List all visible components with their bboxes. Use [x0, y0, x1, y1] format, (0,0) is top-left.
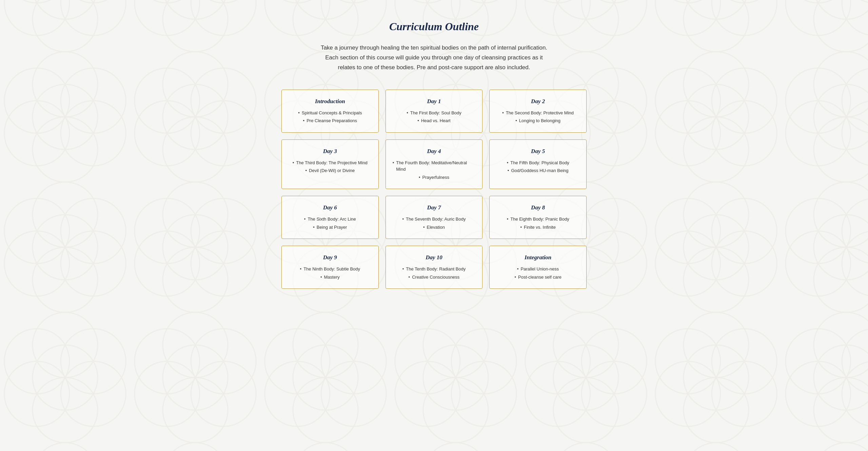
- card-day2[interactable]: Day 2The Second Body: Protective MindLon…: [489, 90, 587, 133]
- card-item: The Third Body: The Projective Mind: [289, 159, 372, 166]
- card-item: Spiritual Concepts & Principals: [289, 110, 372, 116]
- card-items-day7: The Seventh Body: Auric BodyElevation: [393, 216, 476, 230]
- card-items-day3: The Third Body: The Projective MindDevil…: [289, 159, 372, 174]
- card-day9[interactable]: Day 9The Ninth Body: Subtle BodyMastery: [281, 246, 379, 289]
- card-items-integration: Parallel Union-nessPost-cleanse self car…: [496, 266, 579, 280]
- card-item: The Seventh Body: Auric Body: [393, 216, 476, 223]
- card-integration[interactable]: IntegrationParallel Union-nessPost-clean…: [489, 246, 587, 289]
- card-item: The Ninth Body: Subtle Body: [289, 266, 372, 273]
- card-items-day2: The Second Body: Protective MindLonging …: [496, 110, 579, 124]
- curriculum-grid: IntroductionSpiritual Concepts & Princip…: [281, 90, 587, 289]
- card-items-day5: The Fifth Body: Physical BodyGod/Goddess…: [496, 159, 579, 174]
- card-item: The Tenth Body: Radiant Body: [393, 266, 476, 273]
- card-item: Creative Consciousness: [393, 274, 476, 281]
- page-description: Take a journey through healing the ten s…: [319, 43, 549, 73]
- card-title-day9: Day 9: [289, 254, 372, 261]
- card-items-day6: The Sixth Body: Arc LineBeing at Prayer: [289, 216, 372, 230]
- page-title: Curriculum Outline: [244, 20, 624, 33]
- card-item: The First Body: Soul Body: [393, 110, 476, 116]
- card-item: Elevation: [393, 224, 476, 231]
- card-title-day1: Day 1: [393, 98, 476, 105]
- card-title-integration: Integration: [496, 254, 579, 261]
- card-item: Prayerfulness: [393, 174, 476, 181]
- card-intro[interactable]: IntroductionSpiritual Concepts & Princip…: [281, 90, 379, 133]
- card-day8[interactable]: Day 8The Eighth Body: Pranic BodyFinite …: [489, 196, 587, 239]
- card-day1[interactable]: Day 1The First Body: Soul BodyHead vs. H…: [386, 90, 483, 133]
- card-item: The Fifth Body: Physical Body: [496, 159, 579, 166]
- card-item: Mastery: [289, 274, 372, 281]
- card-title-day3: Day 3: [289, 148, 372, 155]
- card-title-intro: Introduction: [289, 98, 372, 105]
- card-item: The Sixth Body: Arc Line: [289, 216, 372, 223]
- card-items-day9: The Ninth Body: Subtle BodyMastery: [289, 266, 372, 280]
- card-item: The Eighth Body: Pranic Body: [496, 216, 579, 223]
- card-title-day7: Day 7: [393, 204, 476, 211]
- card-items-day1: The First Body: Soul BodyHead vs. Heart: [393, 110, 476, 124]
- card-item: Head vs. Heart: [393, 117, 476, 124]
- card-item: The Second Body: Protective Mind: [496, 110, 579, 116]
- card-items-day8: The Eighth Body: Pranic BodyFinite vs. I…: [496, 216, 579, 230]
- card-day10[interactable]: Day 10The Tenth Body: Radiant BodyCreati…: [386, 246, 483, 289]
- card-item: Post-cleanse self care: [496, 274, 579, 281]
- card-item: Longing to Belonging: [496, 117, 579, 124]
- card-item: Pre Cleanse Preparations: [289, 117, 372, 124]
- card-day4[interactable]: Day 4The Fourth Body: Meditative/Neutral…: [386, 139, 483, 189]
- card-day5[interactable]: Day 5The Fifth Body: Physical BodyGod/Go…: [489, 139, 587, 189]
- card-item: Finite vs. Infinite: [496, 224, 579, 231]
- card-title-day2: Day 2: [496, 98, 579, 105]
- card-item: The Fourth Body: Meditative/Neutral Mind: [393, 159, 476, 173]
- card-items-day10: The Tenth Body: Radiant BodyCreative Con…: [393, 266, 476, 280]
- page-container: Curriculum Outline Take a journey throug…: [231, 0, 637, 316]
- card-title-day10: Day 10: [393, 254, 476, 261]
- card-day3[interactable]: Day 3The Third Body: The Projective Mind…: [281, 139, 379, 189]
- card-item: God/Goddess HU-man Being: [496, 167, 579, 174]
- card-title-day8: Day 8: [496, 204, 579, 211]
- card-item: Being at Prayer: [289, 224, 372, 231]
- card-day7[interactable]: Day 7The Seventh Body: Auric BodyElevati…: [386, 196, 483, 239]
- card-title-day4: Day 4: [393, 148, 476, 155]
- card-title-day6: Day 6: [289, 204, 372, 211]
- card-item: Parallel Union-ness: [496, 266, 579, 273]
- card-day6[interactable]: Day 6The Sixth Body: Arc LineBeing at Pr…: [281, 196, 379, 239]
- card-items-intro: Spiritual Concepts & PrincipalsPre Clean…: [289, 110, 372, 124]
- card-items-day4: The Fourth Body: Meditative/Neutral Mind…: [393, 159, 476, 181]
- card-item: Devil (De-Wil) or Divine: [289, 167, 372, 174]
- card-title-day5: Day 5: [496, 148, 579, 155]
